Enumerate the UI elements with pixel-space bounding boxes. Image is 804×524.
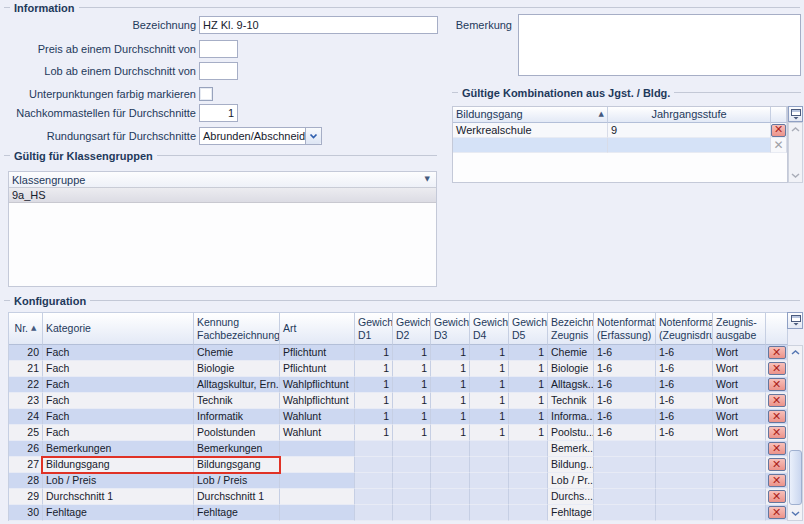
config-row[interactable]: 26 Bemerkungen Bemerkungen Bemerk... ✕	[9, 441, 788, 457]
scroll-down-button[interactable]	[789, 169, 802, 182]
cell-gewicht-d2[interactable]: 1	[393, 425, 431, 441]
delete-row-button[interactable]: ✕	[771, 124, 786, 137]
cell-art[interactable]: Wahlpflichtunt	[280, 393, 355, 409]
cell-gewicht-d4[interactable]: 1	[470, 425, 509, 441]
cell-notenformat-erfassung[interactable]: 1-6	[594, 345, 656, 361]
cell-zeugnisausgabe[interactable]	[713, 489, 766, 505]
cell-gewicht-d2[interactable]	[393, 505, 431, 521]
cell-gewicht-d5[interactable]: 1	[509, 409, 548, 425]
cell-art[interactable]	[280, 473, 355, 489]
cell-gewicht-d3[interactable]: 1	[431, 425, 470, 441]
cell-bezeichnung-zeugnis[interactable]: Durchs...	[548, 489, 594, 505]
delete-row-button[interactable]: ✕	[768, 362, 786, 375]
cell-kategorie[interactable]: Fach	[43, 393, 194, 409]
cell-gewicht-d2[interactable]	[393, 441, 431, 457]
cell-gewicht-d3[interactable]: 1	[431, 361, 470, 377]
cell-gewicht-d4[interactable]: 1	[470, 377, 509, 393]
cell-gewicht-d5[interactable]	[509, 473, 548, 489]
lob-input[interactable]	[199, 62, 238, 80]
column-header-gewicht-d1[interactable]: Gewicht D1	[355, 313, 393, 345]
column-header-gewicht-d2[interactable]: Gewicht D2	[393, 313, 431, 345]
cell-gewicht-d4[interactable]: 1	[470, 393, 509, 409]
cell-gewicht-d1[interactable]: 1	[355, 409, 393, 425]
cell-bezeichnung-zeugnis[interactable]: Chemie	[548, 345, 594, 361]
rundungsart-dropdown[interactable]: Abrunden/Abschneiden	[199, 127, 322, 145]
cell-gewicht-d2[interactable]	[393, 473, 431, 489]
column-header-bildungsgang[interactable]: Bildungsgang ▲	[453, 107, 608, 123]
cell-gewicht-d1[interactable]: 1	[355, 361, 393, 377]
column-header-jahrgangsstufe[interactable]: Jahrgangsstufe	[608, 107, 771, 123]
cell-notenformat-erfassung[interactable]: 1-6	[594, 361, 656, 377]
column-header-art[interactable]: Art	[280, 313, 355, 345]
cell-zeugnisausgabe[interactable]: Wort	[713, 377, 766, 393]
cell-gewicht-d4[interactable]	[470, 441, 509, 457]
cell-kennung[interactable]: Alltagskultur, Ern...	[194, 377, 280, 393]
delete-row-button[interactable]: ✕	[768, 442, 786, 455]
preis-input[interactable]	[199, 40, 238, 58]
cell-bildungsgang-empty[interactable]	[453, 138, 608, 153]
cell-kategorie[interactable]: Fach	[43, 361, 194, 377]
kombination-row[interactable]: Werkrealschule 9 ✕	[453, 123, 787, 138]
cell-notenformat-zeugnisdruck[interactable]	[656, 473, 713, 489]
cell-gewicht-d1[interactable]: 1	[355, 393, 393, 409]
cell-gewicht-d1[interactable]	[355, 505, 393, 521]
column-header-kategorie[interactable]: Kategorie	[43, 313, 194, 345]
kombinationen-scrollbar[interactable]	[788, 122, 803, 183]
cell-kennung[interactable]: Informatik	[194, 409, 280, 425]
cell-kennung[interactable]: Chemie	[194, 345, 280, 361]
cell-bezeichnung-zeugnis[interactable]: Bildung...	[548, 457, 594, 473]
kombination-new-row[interactable]: ✕	[453, 138, 787, 153]
cell-kategorie[interactable]: Fach	[43, 425, 194, 441]
cell-gewicht-d4[interactable]: 1	[470, 409, 509, 425]
cell-notenformat-zeugnisdruck[interactable]: 1-6	[656, 393, 713, 409]
cell-zeugnisausgabe[interactable]	[713, 441, 766, 457]
cell-gewicht-d5[interactable]: 1	[509, 393, 548, 409]
unterpunktungen-checkbox[interactable]	[199, 87, 213, 101]
cell-bezeichnung-zeugnis[interactable]: Biologie	[548, 361, 594, 377]
cell-kennung[interactable]: Poolstunden	[194, 425, 280, 441]
delete-row-button[interactable]: ✕	[768, 490, 786, 503]
cell-kategorie[interactable]: Fach	[43, 377, 194, 393]
column-header-kennung[interactable]: Kennung Fachbezeichnung	[194, 313, 280, 345]
delete-row-button[interactable]: ✕	[768, 474, 786, 487]
cell-nr[interactable]: 23	[9, 393, 43, 409]
delete-row-button[interactable]: ✕	[768, 458, 786, 471]
cell-nr[interactable]: 30	[9, 505, 43, 521]
cell-gewicht-d5[interactable]	[509, 505, 548, 521]
cell-gewicht-d2[interactable]: 1	[393, 393, 431, 409]
cell-gewicht-d4[interactable]	[470, 457, 509, 473]
cell-kennung[interactable]: Bildungsgang	[194, 457, 280, 473]
field-chooser-button[interactable]	[787, 312, 803, 329]
config-row[interactable]: 28 Lob / Preis Lob / Preis Lob / Pr... ✕	[9, 473, 788, 489]
cell-kategorie[interactable]: Fehltage	[43, 505, 194, 521]
cell-gewicht-d3[interactable]	[431, 441, 470, 457]
cell-kennung[interactable]: Bemerkungen	[194, 441, 280, 457]
column-header-notenformat-erfassung[interactable]: Notenformat (Erfassung)	[594, 313, 656, 345]
cell-art[interactable]: Pflichtunt	[280, 345, 355, 361]
cell-gewicht-d4[interactable]: 1	[470, 361, 509, 377]
cell-gewicht-d3[interactable]: 1	[431, 377, 470, 393]
cell-notenformat-erfassung[interactable]	[594, 505, 656, 521]
cell-gewicht-d5[interactable]	[509, 457, 548, 473]
config-row[interactable]: 22 Fach Alltagskultur, Ern... Wahlpflich…	[9, 377, 788, 393]
cell-kennung[interactable]: Durchschnitt 1	[194, 489, 280, 505]
cell-bezeichnung-zeugnis[interactable]: Bemerk...	[548, 441, 594, 457]
cell-kategorie[interactable]: Durchschnitt 1	[43, 489, 194, 505]
cell-notenformat-erfassung[interactable]	[594, 441, 656, 457]
cell-nr[interactable]: 26	[9, 441, 43, 457]
cell-bezeichnung-zeugnis[interactable]: Informa...	[548, 409, 594, 425]
config-row[interactable]: 23 Fach Technik Wahlpflichtunt 1 1 1 1 1…	[9, 393, 788, 409]
cell-notenformat-zeugnisdruck[interactable]	[656, 505, 713, 521]
scroll-down-button[interactable]	[788, 507, 802, 520]
scroll-up-button[interactable]	[788, 346, 802, 359]
cell-kategorie[interactable]: Lob / Preis	[43, 473, 194, 489]
cell-nr[interactable]: 27	[9, 457, 43, 473]
cell-gewicht-d2[interactable]: 1	[393, 377, 431, 393]
cell-gewicht-d5[interactable]: 1	[509, 377, 548, 393]
cell-notenformat-erfassung[interactable]	[594, 473, 656, 489]
cell-notenformat-zeugnisdruck[interactable]: 1-6	[656, 361, 713, 377]
cell-gewicht-d3[interactable]	[431, 489, 470, 505]
cell-kategorie[interactable]: Bildungsgang	[43, 457, 194, 473]
cell-gewicht-d3[interactable]	[431, 473, 470, 489]
cell-gewicht-d2[interactable]: 1	[393, 345, 431, 361]
